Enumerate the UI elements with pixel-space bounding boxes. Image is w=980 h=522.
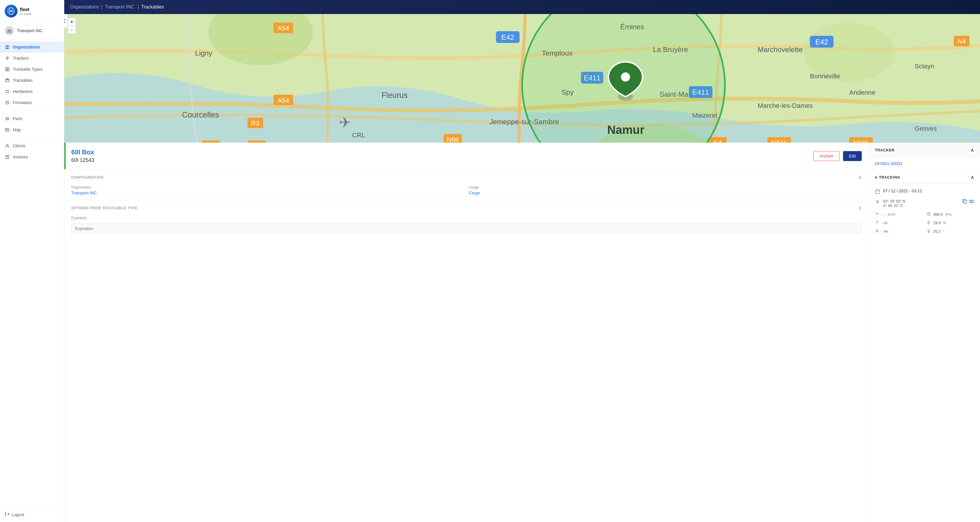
sidebar-item-clients[interactable]: Clients	[0, 140, 64, 152]
svg-rect-32	[6, 155, 9, 159]
tracking-section-header: TRACKING ∧	[875, 174, 974, 184]
archive-button[interactable]: Archive	[813, 151, 840, 161]
svg-point-11	[7, 57, 8, 59]
svg-line-149	[876, 230, 877, 230]
svg-rect-14	[7, 67, 9, 69]
svg-text:Bonneville: Bonneville	[810, 72, 840, 80]
sidebar-item-parts[interactable]: Parts	[0, 113, 64, 124]
trackable-id: 60l 12543	[71, 157, 94, 163]
config-toggle-button[interactable]: ∧	[858, 174, 862, 180]
svg-rect-16	[7, 69, 9, 71]
svg-line-151	[878, 230, 879, 230]
sidebar-item-hardwares-label: Hardwares	[13, 89, 33, 94]
svg-rect-130	[875, 190, 880, 193]
zoom-out-button[interactable]: -	[68, 26, 76, 34]
config-grid: Organization Transport INC. Usage Cargo	[71, 185, 862, 195]
sidebar-item-firmwares[interactable]: Firmwares	[0, 97, 64, 108]
tracker-id-link[interactable]: DF5801-00003	[869, 158, 980, 170]
map-background[interactable]: Charleroi Namur Gembloux Villers-la-Vill…	[64, 14, 980, 143]
nav-section: Organizations Trackers Trackable Types T…	[0, 39, 64, 507]
svg-rect-8	[6, 45, 8, 46]
logout-button[interactable]: Logout	[5, 512, 59, 517]
open-map-button[interactable]	[969, 199, 974, 205]
svg-text:A54: A54	[277, 97, 289, 104]
breadcrumb-organizations[interactable]: Organizations	[70, 5, 99, 10]
trackable-name: 60l Box	[71, 148, 94, 156]
svg-text:E42: E42	[815, 38, 828, 46]
tracking-section: TRACKING ∧ 07 / 12 / 2021 - 03:12 50°	[869, 170, 980, 238]
svg-point-144	[877, 230, 878, 232]
altitude-icon	[875, 220, 880, 225]
organization-value[interactable]: Transport INC.	[71, 190, 464, 195]
tracker-collapse-button[interactable]: ∧	[970, 147, 974, 153]
svg-text:Marche-les-Dames: Marche-les-Dames	[757, 102, 813, 109]
sidebar-item-trackables[interactable]: Trackables	[0, 75, 64, 86]
sidebar-item-map[interactable]: Map	[0, 124, 64, 135]
sidebar-item-trackers-label: Trackers	[13, 56, 29, 61]
usage-field: Usage Cargo	[469, 185, 862, 195]
options-toggle-button[interactable]: ∧	[858, 205, 862, 211]
clients-icon	[5, 143, 10, 148]
zoom-in-button[interactable]: +	[68, 18, 76, 26]
tracking-lon: 4° 46′ 31″ E	[883, 203, 905, 208]
sidebar-item-trackable-types[interactable]: Trackable Types	[0, 64, 64, 75]
logout-icon	[5, 512, 10, 517]
breadcrumb-transport[interactable]: Transport INC.	[105, 5, 135, 10]
calendar-icon	[875, 189, 880, 195]
sidebar-item-organizations[interactable]: Organizations	[0, 42, 64, 53]
speed-unit: km/h	[888, 212, 895, 217]
location-icon	[875, 200, 880, 206]
options-section-title: OPTIONS FROM TRACKABLE TYPE	[71, 206, 138, 210]
svg-text:A54: A54	[277, 24, 289, 32]
app-sub: by esnah	[20, 12, 32, 16]
svg-line-152	[876, 232, 877, 232]
trackers-icon	[5, 56, 10, 61]
sidebar-item-firmwares-label: Firmwares	[13, 100, 32, 105]
sidebar-item-hardwares[interactable]: Hardwares	[0, 86, 64, 97]
stat-illuminance: - lm	[875, 229, 923, 234]
org-avatar	[5, 26, 14, 35]
sidebar-item-trackables-label: Trackables	[13, 78, 33, 83]
tracking-status-dot	[875, 176, 877, 179]
expiration-input[interactable]	[71, 223, 862, 233]
sidebar: fleet by esnah Transport INC. Organizati…	[0, 0, 64, 522]
tracking-stats: - - km/h 986.9 hPa - m	[875, 212, 974, 234]
sidebar-item-map-label: Map	[13, 128, 21, 132]
tracking-lat: 50° 29′ 50″ N	[883, 199, 905, 203]
tracking-collapse-button[interactable]: ∧	[970, 174, 974, 180]
sidebar-item-organizations-label: Organizations	[13, 45, 40, 49]
organization-label: Organization	[71, 185, 464, 189]
usage-value: Cargo	[469, 190, 862, 195]
copy-coords-button[interactable]	[963, 199, 967, 205]
header-buttons: Archive Edit	[813, 151, 862, 161]
edit-button[interactable]: Edit	[843, 151, 862, 161]
svg-text:E42: E42	[501, 34, 514, 41]
sidebar-toggle-button[interactable]	[64, 14, 68, 28]
map-container: Charleroi Namur Gembloux Villers-la-Vill…	[64, 14, 980, 143]
parts-icon	[5, 116, 10, 121]
svg-text:N4: N4	[958, 38, 966, 45]
speed-value: - -	[882, 212, 885, 217]
pressure-icon	[926, 212, 931, 217]
tracker-panel: TRACKER ∧ DF5801-00003 TRACKING ∧	[869, 143, 980, 522]
logo-icon	[5, 5, 18, 18]
topbar: Organizations | Transport INC. | Trackab…	[64, 0, 980, 14]
invoices-icon	[5, 154, 10, 160]
svg-line-150	[878, 232, 879, 232]
svg-text:Gesves: Gesves	[915, 125, 937, 132]
config-section-title: CONFIGURATION	[71, 176, 103, 179]
sidebar-item-invoices[interactable]: Invoices	[0, 152, 64, 163]
hardwares-icon	[5, 89, 10, 94]
svg-text:Fleurus: Fleurus	[381, 91, 408, 100]
main-content: Organizations | Transport INC. | Trackab…	[64, 0, 980, 522]
temperature-unit: °	[943, 230, 944, 233]
tracker-section-title: TRACKER	[875, 148, 894, 152]
trackable-types-icon	[5, 67, 10, 72]
trackables-icon	[5, 78, 10, 83]
breadcrumb-sep-2: |	[138, 5, 139, 10]
stat-temperature: 20.2 °	[926, 229, 974, 234]
humidity-icon	[926, 220, 931, 225]
svg-marker-28	[6, 128, 9, 131]
sidebar-item-trackers[interactable]: Trackers	[0, 53, 64, 64]
org-row[interactable]: Transport INC.	[0, 22, 64, 39]
